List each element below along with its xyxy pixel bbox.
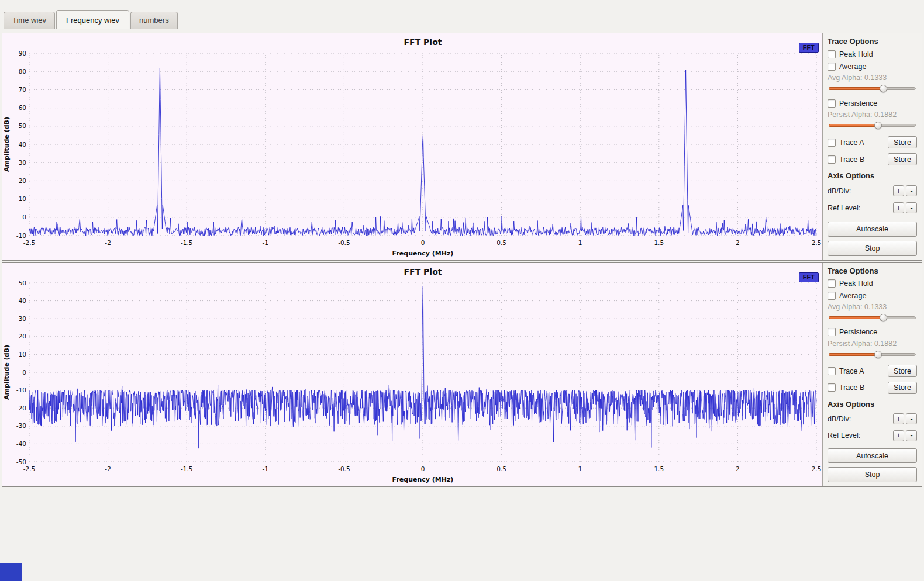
svg-text:30: 30 [19, 315, 26, 322]
ref-level-decrease-button-2[interactable]: - [906, 430, 917, 441]
persist-alpha-label-1: Persist Alpha: 0.1882 [828, 109, 917, 120]
store-trace-b-button-1[interactable]: Store [888, 153, 917, 165]
ref-level-increase-button-1[interactable]: + [893, 202, 904, 213]
svg-text:-30: -30 [16, 422, 26, 429]
slider-track[interactable] [829, 316, 916, 319]
tab-time-view[interactable]: Time wiev [4, 12, 55, 29]
persist-alpha-slider-1[interactable] [829, 121, 916, 130]
slider-track[interactable] [829, 87, 916, 90]
ref-level-label-1: Ref Level: [828, 204, 860, 212]
svg-text:1: 1 [578, 239, 582, 246]
fft-panel-2: -2.5-2-1.5-1-0.500.511.522.5-50-40-30-20… [2, 262, 922, 487]
slider-handle[interactable] [880, 314, 887, 321]
db-div-increase-button-2[interactable]: + [893, 413, 904, 424]
average-checkbox-2[interactable] [828, 292, 836, 300]
trace-a-label-1: Trace A [839, 139, 864, 147]
svg-text:20: 20 [19, 177, 26, 184]
svg-text:Amplitude (dB): Amplitude (dB) [3, 117, 11, 172]
slider-handle[interactable] [874, 122, 882, 129]
svg-text:20: 20 [19, 333, 26, 340]
slider-track[interactable] [829, 353, 916, 356]
svg-text:10: 10 [19, 351, 26, 358]
average-label-2: Average [839, 292, 866, 300]
peak-hold-checkbox-1[interactable] [828, 50, 836, 58]
svg-text:1: 1 [578, 465, 582, 472]
ref-level-row-1: Ref Level: + - [828, 201, 917, 215]
trace-b-row-2: Trace B Store [828, 381, 917, 395]
slider-handle[interactable] [880, 85, 887, 92]
trace-a-checkbox-1[interactable] [828, 139, 836, 147]
trace-options-title-1: Trace Options [828, 37, 917, 46]
svg-text:-20: -20 [16, 404, 26, 411]
tab-frequency-view[interactable]: Frequency wiev [56, 10, 129, 29]
persistence-checkbox-2[interactable] [828, 328, 836, 336]
svg-text:40: 40 [19, 141, 26, 148]
svg-text:-2.5: -2.5 [23, 465, 36, 472]
svg-text:0: 0 [421, 465, 425, 472]
fft-legend-badge-2: FFT [799, 272, 819, 282]
peak-hold-checkbox-2[interactable] [828, 279, 836, 288]
svg-text:90: 90 [19, 50, 26, 57]
tab-content-frame: -2.5-2-1.5-1-0.500.511.522.5-10010203040… [0, 29, 924, 487]
svg-text:70: 70 [19, 86, 26, 93]
db-div-increase-button-1[interactable]: + [893, 185, 904, 196]
persistence-checkbox-1[interactable] [828, 99, 836, 108]
svg-text:-1: -1 [263, 465, 268, 472]
trace-controls-1: Trace Options Peak Hold Average Avg Alph… [822, 33, 922, 260]
average-row-1: Average [828, 60, 917, 72]
stop-button-2[interactable]: Stop [828, 467, 917, 482]
ref-level-row-2: Ref Level: + - [828, 429, 917, 442]
svg-text:0: 0 [22, 213, 26, 220]
svg-text:50: 50 [19, 279, 26, 286]
persistence-row-2: Persistence [828, 326, 917, 338]
ref-level-increase-button-2[interactable]: + [893, 430, 904, 441]
trace-b-label-1: Trace B [839, 155, 864, 164]
svg-text:FFT Plot: FFT Plot [404, 37, 442, 47]
ref-level-label-2: Ref Level: [828, 431, 860, 440]
svg-text:2.5: 2.5 [812, 239, 822, 246]
db-div-label-2: dB/Div: [828, 415, 851, 423]
persistence-label-2: Persistence [839, 328, 877, 336]
trace-b-label-2: Trace B [839, 383, 864, 392]
db-div-decrease-button-2[interactable]: - [906, 413, 917, 424]
svg-text:2.5: 2.5 [812, 465, 822, 472]
svg-text:Frequency (MHz): Frequency (MHz) [392, 250, 454, 257]
slider-handle[interactable] [874, 351, 882, 358]
trace-b-checkbox-2[interactable] [828, 383, 836, 392]
svg-text:Frequency (MHz): Frequency (MHz) [392, 476, 454, 483]
autoscale-button-2[interactable]: Autoscale [828, 448, 917, 464]
ref-level-decrease-button-1[interactable]: - [906, 202, 917, 213]
avg-alpha-slider-1[interactable] [829, 84, 916, 93]
avg-alpha-slider-2[interactable] [829, 313, 916, 322]
db-div-decrease-button-1[interactable]: - [906, 185, 917, 196]
store-trace-a-button-1[interactable]: Store [888, 136, 917, 148]
svg-text:-10: -10 [16, 386, 26, 393]
stop-button-1[interactable]: Stop [828, 241, 917, 256]
svg-text:80: 80 [19, 68, 26, 75]
average-checkbox-1[interactable] [828, 63, 836, 71]
corner-blue-box [0, 563, 22, 581]
store-trace-b-button-2[interactable]: Store [888, 382, 917, 394]
svg-text:60: 60 [19, 104, 26, 111]
persist-alpha-slider-2[interactable] [829, 350, 916, 359]
tab-numbers[interactable]: numbers [130, 12, 178, 29]
fft-plot-canvas-2[interactable]: -2.5-2-1.5-1-0.500.511.522.5-50-40-30-20… [2, 263, 822, 486]
trace-b-row-1: Trace B Store [828, 152, 917, 167]
slider-track[interactable] [829, 124, 916, 127]
persist-alpha-label-2: Persist Alpha: 0.1882 [828, 338, 917, 349]
fft-plot-canvas-1[interactable]: -2.5-2-1.5-1-0.500.511.522.5-10010203040… [2, 33, 822, 260]
svg-text:-0.5: -0.5 [338, 239, 350, 246]
avg-alpha-label-1: Avg Alpha: 0.1333 [828, 72, 917, 83]
svg-text:40: 40 [19, 297, 26, 304]
fft-legend-badge-1: FFT [799, 43, 819, 53]
tab-bar: Time wiev Frequency wiev numbers [0, 0, 924, 29]
trace-a-checkbox-2[interactable] [828, 367, 836, 375]
svg-text:0: 0 [421, 239, 425, 246]
trace-b-checkbox-1[interactable] [828, 155, 836, 164]
autoscale-button-1[interactable]: Autoscale [828, 222, 917, 237]
svg-text:10: 10 [19, 195, 26, 202]
svg-text:Amplitude (dB): Amplitude (dB) [3, 345, 11, 400]
svg-text:-1: -1 [263, 239, 268, 246]
db-div-label-1: dB/Div: [828, 187, 851, 195]
store-trace-a-button-2[interactable]: Store [888, 365, 917, 377]
